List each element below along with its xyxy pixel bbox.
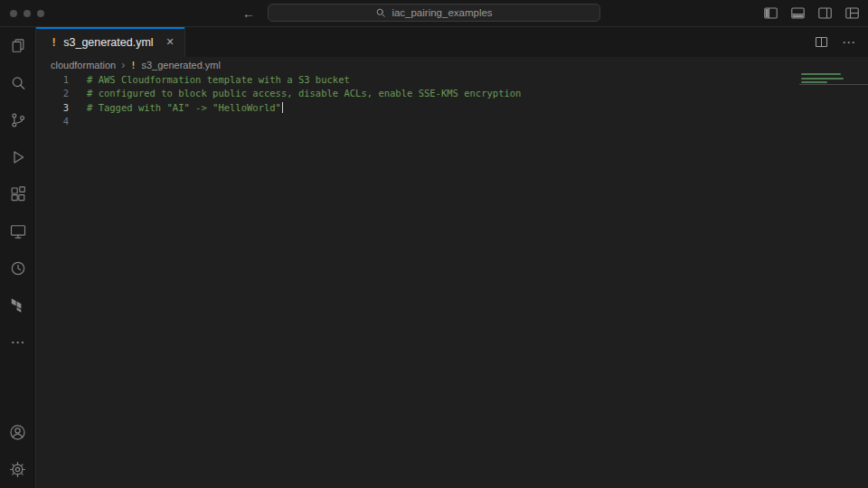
yaml-file-icon: ! <box>130 60 136 70</box>
code-line-4[interactable]: 4 <box>36 115 868 129</box>
line-number: 1 <box>36 74 69 85</box>
code-text: # configured to block public access, dis… <box>69 88 521 99</box>
line-number: 4 <box>36 116 69 127</box>
code-text: # Tagged with "AI" -> "HelloWorld" <box>69 102 281 113</box>
search-icon <box>375 7 386 18</box>
minimize-window-button[interactable] <box>24 10 31 17</box>
editor-actions: ⋯ <box>814 27 868 57</box>
line-number: 2 <box>36 88 69 99</box>
minimap-line-mark <box>801 73 841 75</box>
maximize-window-button[interactable] <box>37 10 44 17</box>
run-debug-icon <box>9 148 27 166</box>
command-center-search[interactable]: iac_pairing_examples <box>268 4 600 22</box>
activity-bar-more-button[interactable]: ⋯ <box>0 324 35 361</box>
terraform-icon <box>9 296 26 314</box>
minimap-slider-edge <box>799 84 868 85</box>
breadcrumb: cloudformation › ! s3_generated.yml <box>36 57 868 72</box>
tab-bar: ! s3_generated.yml ✕ ⋯ <box>36 27 868 57</box>
account-icon <box>8 423 27 442</box>
code-line-2[interactable]: 2 # configured to block public access, d… <box>36 87 868 101</box>
title-bar: ← → iac_pairing_examples <box>0 0 868 27</box>
code-text: # AWS Cloudformation template with a S3 … <box>69 74 350 85</box>
settings-gear-icon <box>8 460 27 479</box>
activity-bar-bottom <box>0 414 35 488</box>
breadcrumb-file[interactable]: s3_generated.yml <box>141 60 220 70</box>
yaml-file-icon: ! <box>51 36 57 49</box>
activity-bar-item-terraform[interactable] <box>0 286 35 324</box>
activity-bar-item-run-debug[interactable] <box>0 138 35 175</box>
tab-s3-generated-yml[interactable]: ! s3_generated.yml ✕ <box>36 27 185 57</box>
activity-bar-item-explorer[interactable] <box>0 27 35 64</box>
more-icon: ⋯ <box>11 335 25 350</box>
remote-explorer-icon <box>9 222 27 240</box>
toggle-panel-icon[interactable] <box>789 5 807 22</box>
clock-icon <box>9 259 27 277</box>
close-window-button[interactable] <box>10 10 17 17</box>
activity-bar-item-extensions[interactable] <box>0 175 35 212</box>
customize-layout-icon[interactable] <box>844 5 861 22</box>
text-cursor <box>282 102 284 113</box>
activity-bar-item-source-control[interactable] <box>0 101 35 138</box>
back-button[interactable]: ← <box>242 6 255 21</box>
chevron-right-icon: › <box>121 59 125 71</box>
source-control-icon <box>9 111 27 129</box>
more-actions-icon[interactable]: ⋯ <box>842 35 855 49</box>
line-number: 3 <box>36 102 69 113</box>
accounts-button[interactable] <box>0 414 35 451</box>
vscode-window: ← → iac_pairing_examples <box>0 0 868 488</box>
tab-label: s3_generated.yml <box>63 36 153 49</box>
code-editor[interactable]: 1 # AWS Cloudformation template with a S… <box>36 72 868 488</box>
breadcrumb-folder[interactable]: cloudformation <box>51 60 116 70</box>
activity-bar-item-search[interactable] <box>0 64 35 101</box>
search-sidebar-icon <box>9 74 27 92</box>
code-line-3-active[interactable]: 3 # Tagged with "AI" -> "HelloWorld" <box>36 100 868 115</box>
activity-bar: ⋯ <box>0 27 36 488</box>
activity-bar-item-remote-explorer[interactable] <box>0 212 35 249</box>
code-line-1[interactable]: 1 # AWS Cloudformation template with a S… <box>36 72 868 87</box>
minimap-line-mark <box>801 81 827 83</box>
tab-close-icon[interactable]: ✕ <box>166 36 175 48</box>
minimap-line-mark <box>801 78 844 80</box>
search-value: iac_pairing_examples <box>392 7 492 18</box>
explorer-icon <box>9 37 27 55</box>
activity-bar-item-clock[interactable] <box>0 249 35 286</box>
split-editor-icon[interactable] <box>814 34 829 50</box>
minimap[interactable] <box>801 73 844 83</box>
settings-button[interactable] <box>0 451 35 488</box>
extensions-icon <box>9 185 27 203</box>
toggle-primary-sidebar-icon[interactable] <box>762 5 779 22</box>
layout-controls <box>762 5 861 22</box>
window-controls[interactable] <box>10 10 44 17</box>
toggle-secondary-sidebar-icon[interactable] <box>816 5 834 22</box>
